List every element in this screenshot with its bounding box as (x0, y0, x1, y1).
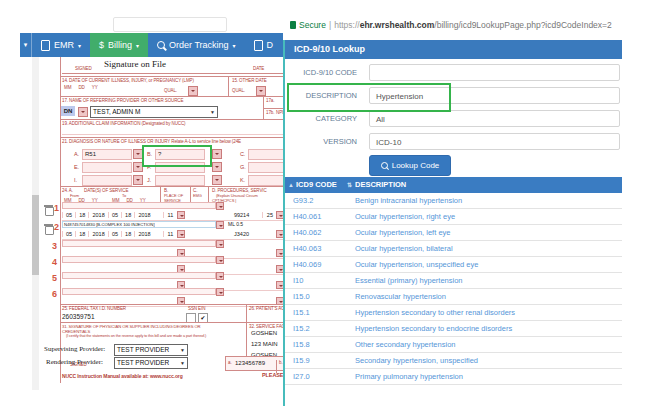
table-row[interactable]: H40.061 Ocular hypertension, right eye (285, 209, 622, 225)
pos-dropdown[interactable] (177, 211, 185, 219)
trash-icon[interactable] (45, 207, 54, 216)
diag-e-input[interactable] (82, 162, 132, 173)
box17-qualifier-dropdown[interactable] (78, 107, 88, 117)
icd-description-link[interactable]: Ocular hypertension, bilateral (355, 241, 453, 256)
service-row-number: 6 (52, 289, 57, 299)
table-row[interactable]: I15.9 Secondary hypertension, unspecifie… (285, 353, 622, 369)
billing-label: Billing (108, 40, 132, 50)
referring-provider-select[interactable]: ▼ TEST, ADMIN M (90, 106, 218, 118)
table-row[interactable]: I15.0 Renovascular hypertension (285, 289, 622, 305)
service-row-2-supplemental[interactable]: N487457014830 [B-COMPLEX 100 INJECTION] (62, 221, 216, 228)
url-text[interactable]: https://ehr.wrshealth.com/billing/icd9Lo… (334, 20, 612, 30)
supervising-provider-select[interactable]: ▼ TEST PROVIDER (114, 344, 188, 356)
table-row[interactable]: H40.069 Ocular hypertension, unspecified… (285, 257, 622, 273)
service-row-number: 5 (52, 273, 57, 283)
table-row[interactable]: H40.063 Ocular hypertension, bilateral (285, 241, 622, 257)
sort-both-icon[interactable]: ⇅ (347, 177, 352, 193)
diag-a-input[interactable]: R51 (82, 149, 132, 160)
category-input[interactable]: All (369, 110, 620, 127)
table-row[interactable]: I10 Essential (primary) hypertension (285, 273, 622, 289)
rendering-provider-select[interactable]: ▼ TEST PROVIDER (114, 357, 188, 369)
icd-description-link[interactable]: Ocular hypertension, left eye (355, 225, 450, 240)
toolbar-item-cut[interactable]: ▾ (20, 33, 32, 57)
service-row-3-supplemental[interactable] (62, 240, 216, 247)
trash-icon[interactable] (45, 226, 54, 235)
toolbar-item-documents[interactable]: D (245, 33, 283, 57)
supplemental-dropdown[interactable] (216, 256, 224, 264)
icd-code-link[interactable]: H40.062 (293, 225, 321, 240)
diag-i-dropdown[interactable] (133, 175, 143, 185)
ndc-quantity: ML 0.5 (228, 221, 243, 227)
diag-j-input[interactable] (155, 175, 205, 186)
toolbar-item-emr[interactable]: EMR ▾ (32, 33, 90, 57)
icd-code-link[interactable]: I15.8 (293, 337, 310, 352)
service-row-1-line[interactable]: 0518201805182018 11 99214 25 (62, 209, 283, 221)
icd-description-link[interactable]: Primary pulmonary hypertension (355, 369, 463, 384)
service-row-1-supplemental[interactable] (62, 202, 216, 209)
pos-dropdown[interactable] (177, 230, 185, 238)
supplemental-dropdown[interactable] (216, 272, 224, 280)
scrollbar-thumb[interactable] (32, 195, 39, 275)
col-header-code[interactable]: ICD9 CODE (296, 177, 337, 193)
diag-b-dropdown[interactable] (212, 149, 222, 159)
ssn-ein-label: SSN EIN (188, 306, 205, 311)
box15-qual-dropdown[interactable] (256, 86, 266, 96)
table-row[interactable]: I15.1 Hypertension secondary to other re… (285, 305, 622, 321)
service-row-4-supplemental[interactable] (62, 256, 216, 263)
icd-code-link[interactable]: I15.9 (293, 353, 310, 368)
table-row[interactable]: H40.062 Ocular hypertension, left eye (285, 225, 622, 241)
modifier-dropdown[interactable] (276, 230, 283, 238)
service-row-2-supplemental-dropdown[interactable] (216, 221, 224, 229)
icd-code-link[interactable]: G93.2 (293, 193, 313, 208)
diag-j-dropdown[interactable] (212, 175, 222, 185)
icd-code-link[interactable]: H40.069 (293, 257, 321, 272)
icd-description-link[interactable]: Hypertension secondary to other renal di… (355, 305, 515, 320)
supplemental-dropdown[interactable] (216, 240, 224, 248)
diag-k-input[interactable] (248, 175, 283, 186)
diag-c-input[interactable] (248, 149, 283, 160)
icd-description-link[interactable]: Ocular hypertension, right eye (355, 209, 455, 224)
vertical-scrollbar[interactable] (32, 57, 39, 390)
service-row-6-supplemental[interactable] (62, 288, 216, 295)
icd-code-link[interactable]: I15.1 (293, 305, 310, 320)
box33a-label: a. (228, 360, 232, 365)
icd-description-link[interactable]: Ocular hypertension, unspecified eye (355, 257, 478, 272)
toolbar-item-billing[interactable]: $ Billing ▾ (90, 33, 148, 57)
col-header-description[interactable]: DESCRIPTION (355, 177, 406, 193)
icd-code-link[interactable]: H40.063 (293, 241, 321, 256)
service-row-1-supplemental-dropdown[interactable] (216, 202, 224, 210)
icd-description-link[interactable]: Secondary hypertension, unspecified (355, 353, 478, 368)
table-row[interactable]: I27.0 Primary pulmonary hypertension (285, 369, 622, 385)
icd-code-input[interactable] (369, 64, 620, 81)
icd-description-link[interactable]: Other secondary hypertension (355, 337, 455, 352)
version-input[interactable]: ICD-10 (369, 133, 620, 150)
icd-code-link[interactable]: I15.0 (293, 289, 310, 304)
icd-code-link[interactable]: I15.2 (293, 321, 310, 336)
diag-g-input[interactable] (248, 162, 283, 173)
diag-e-label: E. (74, 164, 79, 170)
icd-code-link[interactable]: H40.061 (293, 209, 321, 224)
service-row-2-line[interactable]: 0518201805182018 11 J3420 (62, 228, 283, 240)
icd-description-link[interactable]: Renovascular hypertension (355, 289, 446, 304)
service-row-number: 2 (54, 222, 59, 232)
icd-description-link[interactable]: Benign intracranial hypertension (355, 193, 462, 208)
box19-input-line[interactable] (62, 134, 283, 135)
toolbar-item-order-tracking[interactable]: Order Tracking ▾ (148, 33, 245, 57)
supplemental-dropdown[interactable] (216, 288, 224, 296)
icd-description-link[interactable]: Essential (primary) hypertension (355, 273, 463, 288)
table-row[interactable]: I15.8 Other secondary hypertension (285, 337, 622, 353)
diag-f-dropdown[interactable] (212, 162, 222, 172)
dn-qualifier-box[interactable]: DN (61, 106, 75, 116)
lookup-code-button[interactable]: Lookup Code (369, 155, 451, 176)
box14-qual-dropdown[interactable] (188, 86, 198, 96)
diag-i-input[interactable] (82, 175, 132, 186)
sort-asc-icon[interactable]: ▲ (288, 177, 294, 193)
table-row[interactable]: G93.2 Benign intracranial hypertension (285, 193, 622, 209)
icd-code-link[interactable]: I27.0 (293, 369, 310, 384)
icd-code-link[interactable]: I10 (293, 273, 303, 288)
secure-label: Secure (299, 20, 326, 30)
service-row-5-supplemental[interactable] (62, 272, 216, 279)
icd-description-link[interactable]: Hypertension secondary to endocrine diso… (355, 321, 512, 336)
modifier-dropdown[interactable] (276, 211, 283, 219)
table-row[interactable]: I15.2 Hypertension secondary to endocrin… (285, 321, 622, 337)
